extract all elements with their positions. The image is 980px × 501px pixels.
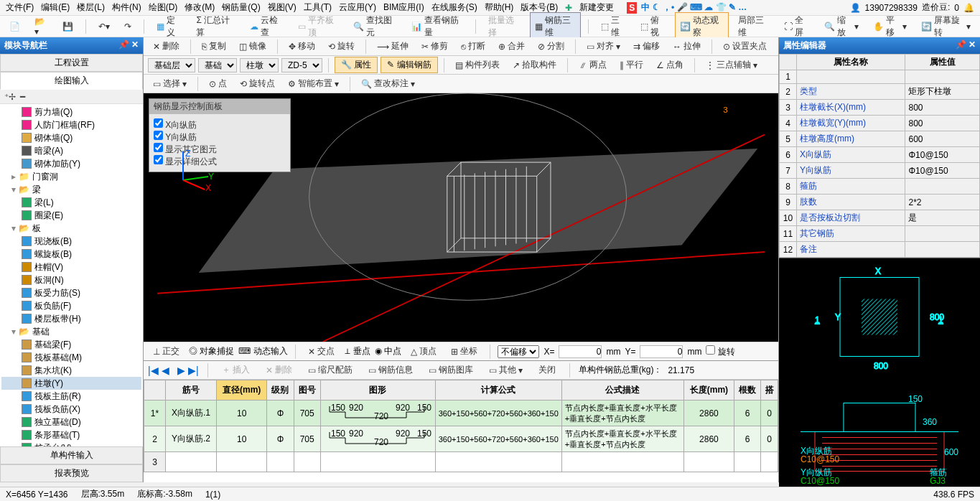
trim-button[interactable]: ✂ 修剪 bbox=[416, 38, 453, 55]
view3d-button[interactable]: ⬚ 三维 bbox=[596, 12, 631, 41]
offset-select[interactable]: 不偏移 bbox=[498, 345, 539, 358]
batch-select-button[interactable]: 批量选择 bbox=[483, 12, 525, 41]
component-list-button[interactable]: ▤ 构件列表 bbox=[450, 57, 505, 73]
3d-viewport[interactable]: 3 钢筋显示控制面板 X向纵筋 Y向纵筋 显示其它图元 显示详细公式 Z Y X bbox=[144, 93, 778, 342]
tree-item[interactable]: ▾📂板 bbox=[1, 222, 141, 235]
floor-select[interactable]: 基础层 bbox=[148, 58, 195, 72]
tab-draw-input[interactable]: 绘图输入 bbox=[0, 72, 143, 90]
menu-floor[interactable]: 楼层(L) bbox=[74, 0, 108, 15]
rotate-check[interactable] bbox=[706, 345, 715, 355]
mid-button[interactable]: ◉ 中点 bbox=[375, 345, 401, 357]
tree-item[interactable]: 柱帽(V) bbox=[1, 261, 141, 273]
tab-project-settings[interactable]: 工程设置 bbox=[0, 54, 143, 72]
grid-info-button[interactable]: ▭ 钢筋信息 bbox=[363, 362, 418, 378]
tree-item[interactable]: 圈梁(E) bbox=[1, 209, 141, 222]
tree-item[interactable]: 桩承台(V) bbox=[1, 441, 141, 446]
tree-item[interactable]: ▾📂梁 bbox=[1, 183, 141, 196]
tree-item[interactable]: 基础梁(F) bbox=[1, 338, 141, 351]
tree-item[interactable]: 剪力墙(Q) bbox=[1, 106, 141, 118]
modify-mark-button[interactable]: 🔍 查改标注▾ bbox=[356, 75, 420, 92]
rebar-display-panel[interactable]: 钢筋显示控制面板 X向纵筋 Y向纵筋 显示其它图元 显示详细公式 bbox=[149, 98, 291, 172]
table-row[interactable]: 3 bbox=[144, 452, 778, 472]
dynamic-view-button[interactable]: 🔄 动态观察 bbox=[675, 12, 729, 41]
chk-formula[interactable] bbox=[154, 155, 163, 164]
tree-item[interactable]: 筏板负筋(X) bbox=[1, 403, 141, 416]
extend-button[interactable]: ⟶ 延伸 bbox=[372, 38, 414, 55]
open-icon[interactable]: 📂▾ bbox=[29, 14, 53, 39]
id-select[interactable]: ZD-5 bbox=[281, 58, 322, 72]
tree-item[interactable]: 梁(L) bbox=[1, 196, 141, 209]
three-aux-button[interactable]: ⋮ 三点辅轴▾ bbox=[701, 57, 762, 73]
property-row[interactable]: 11其它钢筋 bbox=[780, 226, 980, 242]
pick-component-button[interactable]: ↗ 拾取构件 bbox=[508, 57, 561, 73]
grid-lib-button[interactable]: ▭ 钢筋图库 bbox=[424, 362, 478, 378]
menu-file[interactable]: 文件(F) bbox=[3, 0, 37, 15]
y-input[interactable] bbox=[640, 345, 683, 358]
two-point-button[interactable]: ⫽ 两点 bbox=[574, 57, 612, 73]
bell-icon[interactable]: 🔔 bbox=[963, 3, 974, 13]
prop-close-icon[interactable]: 📌 ✕ bbox=[956, 39, 976, 52]
apex-button[interactable]: △ 顶点 bbox=[406, 343, 442, 360]
grid-scale-button[interactable]: ▭ 缩尺配筋 bbox=[303, 362, 358, 378]
tree-item[interactable]: 筏板主筋(R) bbox=[1, 390, 141, 403]
expand-icon[interactable]: ⁺✢ bbox=[4, 92, 16, 102]
property-row[interactable]: 5柱墩高度(mm)600 bbox=[780, 131, 980, 147]
flatroof-button[interactable]: ▭ 平齐板顶 bbox=[293, 12, 344, 41]
find-button[interactable]: 🔍 查找图元 bbox=[348, 12, 402, 41]
chk-other[interactable] bbox=[154, 143, 163, 152]
mirror-button[interactable]: ◫ 镜像 bbox=[234, 38, 271, 55]
cloudcheck-button[interactable]: ☁ 云检查 bbox=[245, 12, 289, 41]
chk-y-bar[interactable] bbox=[154, 131, 163, 140]
merge-button[interactable]: ⊕ 合并 bbox=[493, 38, 530, 55]
property-row[interactable]: 2类型矩形下柱墩 bbox=[780, 84, 980, 100]
property-row[interactable]: 1 bbox=[780, 70, 980, 84]
tree-item[interactable]: 人防门框墙(RF) bbox=[1, 118, 141, 131]
coord-button[interactable]: ⊞ 坐标 bbox=[446, 343, 482, 360]
select-button[interactable]: ▭ 选择▾ bbox=[148, 75, 192, 92]
point-button[interactable]: ⊙ 点 bbox=[204, 75, 232, 92]
pin-icon[interactable]: 📌 ✕ bbox=[118, 39, 139, 52]
property-row[interactable]: 4柱墩截宽(Y)(mm)800 bbox=[780, 116, 980, 131]
osnap-button[interactable]: ◎ 对象捕捉 bbox=[189, 345, 234, 357]
section-view[interactable]: X Y 800 800 1 1 150 360 600 bbox=[779, 258, 980, 501]
grid-close-button[interactable]: 关闭 bbox=[533, 362, 561, 378]
tree-item[interactable]: 楼层板带(H) bbox=[1, 312, 141, 325]
tree-item[interactable]: 柱墩(Y) bbox=[1, 377, 141, 390]
local3d-button[interactable]: 局部三维 bbox=[733, 12, 775, 41]
offset-button[interactable]: ⇉ 偏移 bbox=[628, 38, 665, 55]
grid-nav[interactable]: |◀ ◀ ▶ ▶| bbox=[148, 365, 199, 376]
setorigin-button[interactable]: ⊙ 设置夹点 bbox=[718, 38, 772, 55]
tree-item[interactable]: 板洞(N) bbox=[1, 273, 141, 286]
property-row[interactable]: 8箍筋 bbox=[780, 179, 980, 195]
grid-other-button[interactable]: ▭ 其他▾ bbox=[484, 362, 528, 378]
redo-icon[interactable]: ↷ bbox=[119, 19, 136, 34]
tree-item[interactable]: ▸📁门窗洞 bbox=[1, 170, 141, 183]
sumcalc-button[interactable]: Σ 汇总计算 bbox=[191, 12, 240, 41]
grid-insert-button[interactable]: ＋ 插入 bbox=[217, 362, 255, 378]
property-row[interactable]: 10是否按板边切割是 bbox=[780, 210, 980, 226]
point-angle-button[interactable]: ∠ 点角 bbox=[651, 57, 689, 73]
rebar-grid[interactable]: 筋号 直径(mm) 级别 图号 图形 计算公式 公式描述 长度(mm) 根数 搭… bbox=[144, 380, 778, 472]
grid-delete-button[interactable]: ✕ 删除 bbox=[261, 362, 297, 378]
break-button[interactable]: ⎋ 打断 bbox=[456, 38, 490, 55]
tree-item[interactable]: 条形基础(T) bbox=[1, 429, 141, 441]
delete-button[interactable]: ✕ 删除 bbox=[148, 38, 185, 55]
smart-layout-button[interactable]: ⚙ 智能布置▾ bbox=[283, 75, 344, 92]
property-row[interactable]: 9肢数2*2 bbox=[780, 195, 980, 210]
x-input[interactable] bbox=[559, 345, 602, 358]
inter-button[interactable]: ✕ 交点 bbox=[303, 343, 340, 360]
save-icon[interactable]: 💾 bbox=[57, 19, 78, 34]
table-row[interactable]: 2Y向纵筋.210Φ705150920720920150360+150+560+… bbox=[144, 426, 778, 452]
stretch-button[interactable]: ↔ 拉伸 bbox=[668, 38, 706, 55]
top-view-button[interactable]: ⬚ 俯视 bbox=[635, 12, 671, 41]
fullscreen-button[interactable]: ⛶ 全屏 bbox=[779, 12, 815, 41]
new-icon[interactable]: 📄 bbox=[4, 19, 25, 34]
category-select[interactable]: 基础 bbox=[198, 58, 237, 72]
screen-rotate-button[interactable]: 🔄 屏幕旋转▾ bbox=[916, 12, 976, 41]
move-button[interactable]: ✥ 移动 bbox=[284, 38, 320, 55]
chk-x-bar[interactable] bbox=[154, 118, 163, 128]
edit-rebar-button[interactable]: ✎ 编辑钢筋 bbox=[381, 57, 437, 73]
tree-item[interactable]: 现浇板(B) bbox=[1, 235, 141, 248]
property-row[interactable]: 7Y向纵筋Φ10@150 bbox=[780, 163, 980, 179]
rotate-button[interactable]: ⟲ 旋转 bbox=[323, 38, 360, 55]
